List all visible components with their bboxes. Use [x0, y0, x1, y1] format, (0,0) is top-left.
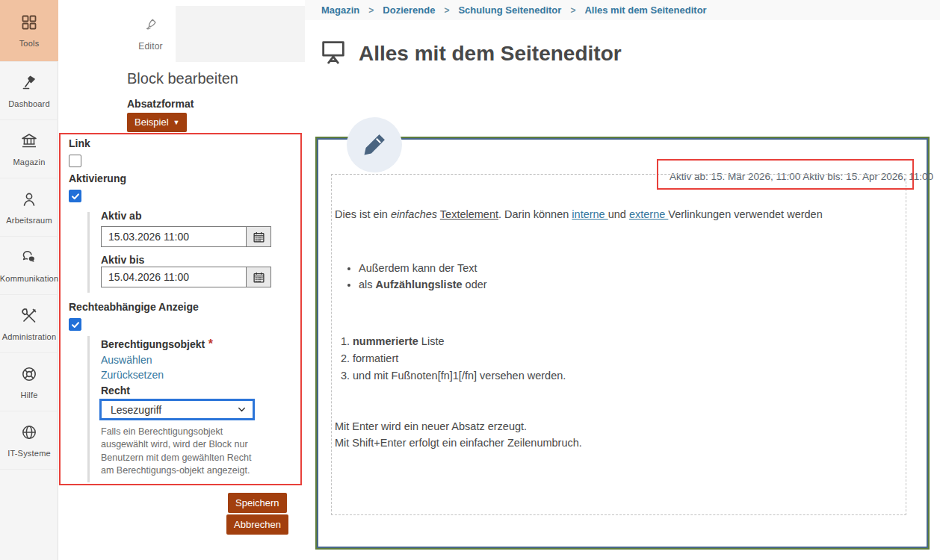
aktiv-bis-calendar-button[interactable]	[246, 267, 271, 287]
breadcrumb-separator: >	[368, 5, 374, 16]
presentation-board-icon	[318, 37, 348, 70]
link-label: Link	[69, 137, 90, 149]
rechteabhaengige-anzeige-label: Rechteabhängige Anzeige	[69, 301, 199, 313]
paragraph-intro: Dies ist ein einfaches Textelement. Dari…	[335, 206, 895, 223]
sidebar-item-it-systeme[interactable]: IT-Systeme	[0, 411, 58, 470]
sidebar-item-label: Hilfe	[20, 391, 37, 399]
aktivierung-label: Aktivierung	[69, 172, 126, 184]
required-marker: *	[208, 337, 213, 350]
numbered-item: nummerierte Liste	[353, 333, 566, 350]
sidebar-item-label: IT-Systeme	[7, 449, 51, 458]
beispiel-dropdown-button[interactable]: Beispiel▼	[127, 113, 187, 132]
sidebar-item-arbeitsraum[interactable]: Arbeitsraum	[0, 178, 58, 237]
sidebar-item-tools[interactable]: Tools	[0, 0, 58, 62]
person-icon	[20, 190, 38, 211]
link-checkbox[interactable]	[69, 155, 81, 167]
numbered-item: formatiert	[353, 350, 566, 367]
pencil-icon	[360, 131, 389, 159]
aktiv-ab-label: Aktiv ab	[101, 210, 141, 222]
aktiv-ab-input[interactable]	[101, 226, 246, 247]
group-indent-bar	[87, 336, 90, 482]
sidebar-item-hilfe[interactable]: Hilfe	[0, 353, 58, 411]
chevron-down-icon	[237, 405, 247, 414]
page-title: Alles mit dem Seiteneditor	[359, 42, 622, 66]
numbered-list: nummerierte Liste formatiert und mit Fuß…	[335, 333, 566, 385]
breadcrumb-item-dozierende[interactable]: Dozierende	[383, 4, 435, 16]
page-title-row: Alles mit dem Seiteneditor	[318, 37, 622, 70]
caret-down-icon: ▼	[173, 119, 180, 126]
grid-icon	[20, 13, 38, 34]
underlined-text: Textelement	[440, 208, 498, 220]
absatzformat-label: Absatzformat	[127, 98, 194, 110]
breadcrumb-separator: >	[444, 5, 449, 16]
aktiv-ab-calendar-button[interactable]	[246, 226, 271, 247]
chat-bubbles-icon	[20, 249, 38, 270]
cancel-button[interactable]: Abbrechen	[226, 514, 288, 535]
italic-text: einfaches	[391, 208, 437, 220]
breadcrumb-item-current-page[interactable]: Alles mit dem Seiteneditor	[584, 4, 706, 16]
rechteabhaengige-checkbox[interactable]	[69, 318, 81, 331]
sidebar-item-kommunikation[interactable]: Kommunikation	[0, 237, 58, 295]
sidebar-item-magazin[interactable]: Magazin	[0, 120, 58, 178]
check-icon	[71, 192, 80, 201]
bullet-item: als Aufzählungsliste oder	[359, 276, 487, 293]
edit-block-button[interactable]	[347, 117, 402, 172]
interne-link[interactable]: interne	[572, 208, 607, 220]
bullet-list: Außerdem kann der Text als Aufzählungsli…	[335, 260, 487, 293]
aktiv-bis-field-group	[101, 267, 271, 287]
sidebar-item-label: Tools	[19, 39, 40, 48]
sidebar-item-administration[interactable]: Administration	[0, 295, 58, 353]
aktiv-ab-field-group	[101, 226, 271, 247]
save-button[interactable]: Speichern	[228, 493, 287, 513]
sidebar-item-dashboard[interactable]: Dashboard	[0, 62, 58, 120]
calendar-icon	[253, 271, 265, 284]
content-block-frame: Aktiv ab: 15. Mär 2026, 11:00 Aktiv bis:…	[315, 137, 930, 550]
main-content: Magazin > Dozierende > Schulung Seitened…	[305, 0, 940, 560]
lifebuoy-icon	[20, 365, 38, 386]
auswaehlen-link[interactable]: Auswählen	[101, 354, 152, 366]
tab-editor[interactable]: Editor	[126, 6, 176, 62]
aktiv-bis-label: Aktiv bis	[101, 254, 144, 266]
check-icon	[71, 320, 80, 329]
sidebar-item-label: Kommunikation	[0, 274, 58, 283]
recht-select-value: Lesezugriff	[111, 404, 161, 416]
sidebar-item-label: Arbeitsraum	[6, 216, 52, 225]
breadcrumb-separator: >	[570, 5, 575, 16]
aktivierung-checkbox[interactable]	[69, 190, 81, 202]
content-block-frame-inner: Aktiv ab: 15. Mär 2026, 11:00 Aktiv bis:…	[317, 138, 928, 548]
sidebar-item-label: Magazin	[13, 158, 46, 167]
globe-icon	[20, 423, 38, 444]
bullet-item: Außerdem kann der Text	[359, 260, 487, 276]
recht-select[interactable]: Lesezugriff	[99, 399, 255, 420]
recht-help-text: Falls ein Berechtigungsobjekt ausgewählt…	[101, 426, 266, 477]
externe-link[interactable]: externe	[629, 208, 668, 220]
berechtigungsobjekt-label: Berechtigungsobjekt *	[101, 337, 213, 351]
breadcrumb: Magazin > Dozierende > Schulung Seitened…	[305, 0, 940, 20]
sidebar-item-label: Dashboard	[8, 99, 50, 108]
numbered-item: und mit Fußnoten[fn]1[/fn] versehen werd…	[353, 367, 566, 385]
crossed-tools-icon	[20, 307, 38, 328]
group-indent-bar	[87, 212, 90, 293]
panel-heading: Block bearbeiten	[127, 70, 238, 87]
desk-lamp-icon	[20, 74, 38, 95]
sidebar-item-label: Administration	[2, 332, 57, 341]
text-block-area[interactable]: Dies ist ein einfaches Textelement. Dari…	[331, 174, 906, 515]
recht-label: Recht	[101, 385, 130, 396]
calendar-icon	[253, 231, 265, 243]
paragraph-enter-info: Mit Enter wird ein neuer Absatz erzeugt.…	[335, 418, 582, 451]
breadcrumb-item-schulung-seiteneditor[interactable]: Schulung Seiteneditor	[458, 4, 561, 16]
zuruecksetzen-link[interactable]: Zurücksetzen	[101, 369, 164, 381]
tab-editor-label: Editor	[138, 41, 163, 52]
aktiv-bis-input[interactable]	[101, 267, 246, 287]
editor-pen-icon	[143, 17, 159, 37]
bank-icon	[20, 132, 38, 153]
main-sidebar: Tools Dashboard Magazin Arbeitsraum Komm…	[0, 0, 58, 560]
breadcrumb-item-magazin[interactable]: Magazin	[321, 4, 359, 16]
